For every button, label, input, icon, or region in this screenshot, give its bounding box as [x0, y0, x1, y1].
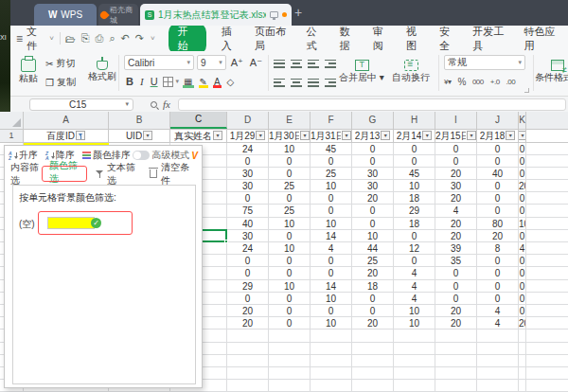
cell[interactable]: 0	[227, 192, 269, 204]
cell[interactable]: 29	[394, 205, 435, 216]
cell[interactable]: 0	[227, 155, 269, 167]
cell[interactable]: 18	[394, 218, 435, 229]
menu-item-特色应用[interactable]: 特色应用	[517, 25, 568, 53]
cell[interactable]: 0	[269, 305, 311, 316]
cell[interactable]: 35	[435, 255, 477, 266]
cell[interactable]: 25	[352, 255, 394, 266]
align-top-icon[interactable]	[274, 60, 285, 68]
column-header-E[interactable]: E	[269, 112, 311, 129]
cell[interactable]	[435, 355, 477, 366]
cell[interactable]: 20	[352, 317, 394, 329]
percent-format-icon[interactable]: %	[457, 77, 465, 87]
cell[interactable]: 0	[477, 255, 519, 266]
advanced-mode-toggle[interactable]	[133, 151, 150, 160]
increase-font-button[interactable]: A⁺	[229, 57, 245, 69]
hamburger-icon[interactable]: ≡	[16, 32, 23, 45]
cell[interactable]	[227, 355, 269, 366]
cell[interactable]: 10	[352, 230, 394, 241]
menu-item-安全[interactable]: 安全	[432, 25, 465, 53]
cell[interactable]	[227, 343, 269, 354]
cell[interactable]: 24	[227, 143, 269, 154]
cell[interactable]: 20	[477, 230, 519, 241]
column-header-A[interactable]: A	[24, 112, 109, 129]
select-all-corner[interactable]	[0, 112, 24, 129]
cell[interactable]: 10	[394, 305, 435, 316]
cell[interactable]	[352, 343, 394, 354]
field-header-10[interactable]: 2月18▾	[477, 130, 519, 142]
cell[interactable]: 4	[477, 317, 519, 329]
cell[interactable]: 14	[311, 280, 352, 292]
cell[interactable]: 12	[394, 242, 435, 254]
cell[interactable]	[477, 330, 519, 341]
cell[interactable]: 8	[477, 242, 519, 254]
cell[interactable]	[435, 343, 477, 354]
cell[interactable]: 0	[519, 280, 526, 292]
cell[interactable]: 10	[269, 218, 311, 229]
cell[interactable]: 24	[227, 242, 269, 254]
cell[interactable]: 10	[311, 317, 352, 329]
redo-icon[interactable]: ↷	[135, 32, 144, 45]
formula-input[interactable]	[178, 98, 566, 111]
print-preview-icon[interactable]: ⌕	[109, 32, 115, 45]
cell[interactable]	[352, 380, 394, 391]
paste-button[interactable]: 粘贴	[14, 51, 43, 93]
cell[interactable]	[519, 380, 526, 391]
cell[interactable]: 20	[227, 317, 269, 329]
borders-icon[interactable]	[163, 77, 173, 87]
cell[interactable]: 0	[477, 155, 519, 167]
cell[interactable]	[311, 380, 352, 391]
cell[interactable]: 4	[435, 205, 477, 216]
cell[interactable]: 0	[227, 267, 269, 278]
cell[interactable]	[477, 380, 519, 391]
cell[interactable]: 18	[352, 280, 394, 292]
cell[interactable]	[394, 355, 435, 366]
toolbar-more-icon[interactable]: ˅	[151, 34, 155, 43]
cell[interactable]: 0	[269, 168, 311, 179]
cell[interactable]: 10	[311, 293, 352, 304]
fill-handle[interactable]	[224, 240, 228, 243]
tab-wps-home[interactable]: W WPS	[34, 4, 97, 26]
menu-item-开发工具[interactable]: 开发工具	[465, 25, 516, 53]
undo-icon[interactable]: ↶	[121, 32, 130, 45]
field-header-7[interactable]: 2月13▾	[352, 130, 394, 142]
cell[interactable]: 4	[477, 305, 519, 316]
cell[interactable]	[352, 355, 394, 366]
cell[interactable]: 0	[269, 255, 311, 266]
cell[interactable]	[227, 330, 269, 341]
cell[interactable]: 0	[394, 155, 435, 167]
cell[interactable]	[269, 367, 311, 379]
cell[interactable]	[519, 343, 526, 354]
cut-button[interactable]: ✂ 剪切	[45, 54, 85, 73]
cell[interactable]: 45	[394, 168, 435, 179]
column-header-D[interactable]: D	[227, 112, 269, 129]
cell[interactable]: 10	[311, 218, 352, 229]
cell[interactable]	[394, 343, 435, 354]
cell[interactable]	[519, 355, 526, 366]
cell[interactable]: 18	[394, 192, 435, 204]
menu-file[interactable]: 文件	[27, 25, 45, 53]
cell[interactable]: 0	[477, 267, 519, 278]
column-header-H[interactable]: H	[394, 112, 435, 129]
cell[interactable]: 4	[311, 242, 352, 254]
cell[interactable]: 20	[435, 218, 477, 229]
cell[interactable]	[352, 330, 394, 341]
field-header-11[interactable]: 2月19▾	[519, 130, 526, 142]
column-header-B[interactable]: B	[109, 112, 170, 129]
cell[interactable]: 20	[227, 305, 269, 316]
increase-indent-icon[interactable]	[325, 60, 336, 68]
cell[interactable]	[311, 355, 352, 366]
cell[interactable]: 25	[269, 180, 311, 191]
cell[interactable]: 0	[269, 267, 311, 278]
cell[interactable]: 0	[519, 155, 526, 167]
share-screen-icon[interactable]	[270, 11, 278, 18]
column-header-G[interactable]: G	[352, 112, 394, 129]
cell[interactable]: 25	[269, 205, 311, 216]
conditional-format-button[interactable]: 条件格式 ▾	[539, 51, 568, 93]
cell[interactable]	[394, 367, 435, 379]
cell[interactable]: 10	[269, 242, 311, 254]
cell[interactable]: 10	[311, 180, 352, 191]
menu-item-公式[interactable]: 公式	[298, 25, 331, 53]
print-icon[interactable]: ⎙	[96, 32, 104, 45]
filter-dropdown-icon[interactable]: ▾	[300, 131, 310, 140]
cell[interactable]: 20	[435, 168, 477, 179]
